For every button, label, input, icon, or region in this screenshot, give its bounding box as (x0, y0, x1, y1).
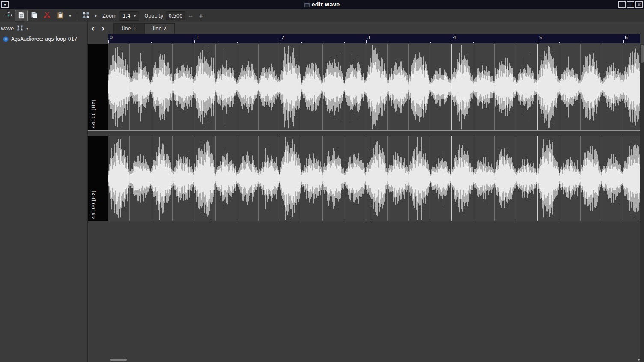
nav-back-button[interactable]: ‹ (88, 23, 98, 34)
matrix-icon (82, 12, 89, 20)
opacity-label: Opacity (144, 13, 163, 19)
cut-button[interactable] (41, 10, 53, 21)
scissors-icon (44, 12, 51, 20)
waveform-area (108, 136, 640, 221)
opacity-input[interactable] (166, 11, 185, 20)
waveform-canvas[interactable] (108, 44, 640, 130)
select-tool-dropdown[interactable]: ▾ (92, 10, 99, 21)
matrix-icon (17, 25, 23, 33)
channel-info-strip: 44100 [Hz] (88, 136, 108, 221)
minimize-button[interactable]: – (618, 1, 626, 8)
opacity-increment-button[interactable]: + (196, 11, 206, 21)
ruler-unit-label: 4 (453, 35, 456, 40)
zoom-combo[interactable]: 1:4 ▾ (119, 11, 139, 21)
tab-label: line 2 (153, 26, 167, 32)
ruler-tick (388, 42, 388, 43)
wave-panel-right-channel: 44100 [Hz] (88, 136, 640, 221)
copy-icon (31, 12, 38, 20)
zoom-label: Zoom (102, 13, 116, 19)
chevron-down-icon: ▾ (69, 14, 71, 18)
toolbar: ▾ ▾ Zoom 1:4 ▾ Opacity − + (0, 9, 644, 22)
maximize-button[interactable]: □ (627, 1, 634, 8)
minus-icon: − (188, 12, 194, 19)
minimize-icon: – (621, 3, 623, 7)
ruler-tick (559, 42, 560, 43)
ruler-tick (151, 42, 152, 43)
ruler-unit-label: 6 (625, 35, 628, 40)
vertical-scrollbar-thumb[interactable] (641, 45, 644, 63)
ruler-unit-label: 0 (110, 35, 113, 40)
ruler-unit-label: 2 (281, 35, 284, 40)
wave-panel-left-channel: 44100 [Hz] (88, 44, 640, 131)
ruler-tick (409, 42, 409, 43)
wave-editor: ‹ › line 1 line 2 0123456 44100 [Hz] (88, 22, 644, 362)
tool-menu-dropdown[interactable]: ▾ (67, 10, 73, 21)
channel-info-strip: 44100 [Hz] (88, 44, 108, 130)
app-icon (304, 3, 310, 7)
tab-line-2[interactable]: line 2 (144, 23, 175, 34)
ruler-tick (194, 40, 195, 43)
clipboard-icon (57, 12, 63, 20)
close-button[interactable]: × (635, 1, 643, 8)
edit-tool-icon (18, 12, 24, 20)
ruler-tick (623, 40, 624, 43)
ruler-tick (301, 42, 302, 43)
tab-line-1[interactable]: line 1 (113, 23, 144, 34)
window-title-area: edit wave (0, 0, 644, 9)
zoom-value: 1:4 (122, 13, 131, 19)
ruler-tick (430, 42, 431, 43)
chevron-right-icon: › (101, 24, 105, 33)
edit-tool-button[interactable] (15, 10, 27, 21)
window-body: wave ▾ AgsAudiorec: ags-loop-017 ‹ › lin… (0, 22, 644, 362)
line-tabs: line 1 line 2 (113, 23, 175, 34)
horizontal-scrollbar-thumb[interactable] (110, 359, 127, 361)
ruler-tick (323, 42, 323, 43)
machine-radio-row[interactable]: AgsAudiorec: ags-loop-017 (0, 35, 87, 43)
ruler-tick (495, 42, 495, 43)
ruler-unit-label: 3 (367, 35, 370, 40)
machine-label: AgsAudiorec: ags-loop-017 (11, 36, 77, 42)
chevron-left-icon: ‹ (91, 24, 95, 33)
opacity-decrement-button[interactable]: − (185, 11, 196, 21)
ruler-tick (473, 42, 474, 43)
scroll-right-icon[interactable]: ▸ (638, 358, 640, 362)
maximize-icon: □ (629, 3, 632, 7)
ruler-tick (452, 40, 452, 43)
samplerate-label: 44100 [Hz] (91, 190, 96, 219)
horizontal-scrollbar[interactable]: ▸ (108, 358, 640, 362)
waveform-area (108, 44, 640, 130)
ruler-tick (344, 42, 345, 43)
close-icon: × (637, 3, 641, 7)
ruler-tick (366, 40, 367, 43)
ruler-tick (538, 40, 538, 43)
titlebar: ▾ edit wave – □ × (0, 0, 644, 9)
ruler-tick (130, 42, 130, 43)
machine-radio-button[interactable] (3, 36, 9, 42)
chevron-down-icon: ▾ (134, 14, 136, 18)
timeline-ruler: 0123456 (108, 34, 640, 43)
ruler-tick (516, 42, 516, 43)
ruler-tick (280, 40, 280, 43)
ruler-tick (602, 42, 602, 43)
chevron-down-icon: ▾ (26, 27, 28, 31)
window-controls: – □ × (618, 1, 643, 8)
nav-forward-button[interactable]: › (98, 23, 108, 34)
ruler-tick (581, 42, 581, 43)
editor-topbar: ‹ › line 1 line 2 (88, 22, 644, 34)
sidebar-menu-dropdown[interactable]: ▾ (26, 23, 28, 34)
plus-icon: + (199, 12, 204, 19)
wave-label: wave (1, 26, 14, 32)
window-title: edit wave (312, 2, 340, 8)
vertical-scrollbar[interactable] (640, 44, 644, 362)
ruler-tick (259, 42, 259, 43)
paste-button[interactable] (54, 10, 66, 21)
ruler-unit-label: 1 (196, 35, 199, 40)
chevron-down-icon: ▾ (95, 14, 97, 18)
sidebar-header: wave ▾ (0, 22, 87, 35)
waveform-canvas[interactable] (108, 136, 640, 221)
select-tool-button[interactable] (80, 10, 92, 21)
position-tool-button[interactable] (3, 10, 15, 21)
ruler-tick (237, 42, 238, 43)
copy-button[interactable] (28, 10, 40, 21)
ruler-tick (173, 42, 173, 43)
